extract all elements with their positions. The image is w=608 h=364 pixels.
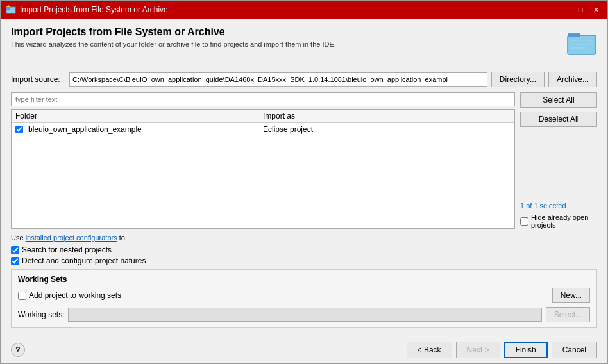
link-prefix: Use (11, 234, 26, 242)
header-title: Import Projects from File System or Arch… (11, 26, 559, 38)
title-bar: Import Projects from File System or Arch… (1, 1, 607, 19)
search-nested-label: Search for nested projects (22, 245, 112, 254)
new-working-set-button[interactable]: New... (552, 288, 590, 303)
left-panel: Folder Import as bleuio_own_application_… (11, 92, 515, 229)
project-table: Folder Import as bleuio_own_application_… (11, 109, 515, 229)
cancel-button[interactable]: Cancel (552, 342, 597, 358)
svg-rect-3 (568, 35, 596, 54)
working-sets-title: Working Sets (18, 275, 590, 284)
selection-status: 1 of 1 selected (520, 202, 597, 210)
svg-rect-1 (6, 7, 10, 10)
folder-name: bleuio_own_application_example (28, 125, 142, 134)
add-to-working-sets-label: Add project to working sets (29, 291, 121, 300)
directory-button[interactable]: Directory... (491, 72, 545, 87)
table-row: bleuio_own_application_example Eclipse p… (12, 123, 514, 136)
search-nested-checkbox[interactable] (11, 246, 19, 254)
table-header: Folder Import as (12, 110, 514, 123)
working-sets-input[interactable] (68, 308, 541, 322)
archive-button[interactable]: Archive... (548, 72, 597, 87)
deselect-all-button[interactable]: Deselect All (520, 112, 597, 127)
close-button[interactable]: ✕ (589, 4, 602, 15)
working-sets-add-row: Add project to working sets New... (18, 288, 590, 303)
select-working-sets-button[interactable]: Select... (546, 307, 590, 322)
import-source-row: Import source: Directory... Archive... (11, 72, 597, 87)
link-section: Use installed project configurators to: (11, 234, 597, 242)
svg-marker-2 (6, 5, 10, 7)
title-bar-controls: ─ □ ✕ (559, 4, 602, 15)
finish-button[interactable]: Finish (504, 342, 548, 358)
search-nested-row: Search for nested projects (11, 245, 597, 254)
table-cell-folder: bleuio_own_application_example (15, 125, 263, 134)
select-all-button[interactable]: Select All (520, 92, 597, 108)
hide-open-checkbox[interactable] (520, 217, 528, 226)
filter-input[interactable] (11, 92, 515, 106)
header-icon (566, 26, 597, 57)
working-sets-input-row: Working sets: Select... (18, 307, 590, 322)
detect-natures-checkbox[interactable] (11, 257, 19, 265)
import-source-input[interactable] (69, 72, 487, 87)
add-to-working-sets-checkbox[interactable] (18, 292, 26, 300)
hide-open-label: Hide already open projects (531, 213, 597, 229)
configurators-link[interactable]: installed project configurators (26, 234, 117, 242)
import-dialog: Import Projects from File System or Arch… (0, 0, 608, 364)
dialog-footer: ? < Back Next > Finish Cancel (1, 336, 607, 363)
dialog-content: Import Projects from File System or Arch… (1, 19, 607, 336)
header-description: This wizard analyzes the content of your… (11, 40, 559, 48)
hide-open-row: Hide already open projects (520, 213, 597, 229)
row-checkbox[interactable] (15, 126, 23, 133)
restore-button[interactable]: □ (574, 4, 587, 15)
main-area: Folder Import as bleuio_own_application_… (11, 92, 597, 229)
help-button[interactable]: ? (11, 343, 25, 357)
back-button[interactable]: < Back (407, 342, 452, 358)
column-import-as: Import as (263, 112, 511, 120)
right-panel: Select All Deselect All 1 of 1 selected … (520, 92, 597, 229)
header-text: Import Projects from File System or Arch… (11, 26, 559, 48)
link-suffix: to: (117, 234, 127, 242)
working-sets-label: Working sets: (18, 310, 64, 319)
minimize-button[interactable]: ─ (559, 4, 571, 15)
header-separator (11, 65, 597, 65)
detect-natures-row: Detect and configure project natures (11, 256, 597, 265)
title-bar-text: Import Projects from File System or Arch… (20, 5, 559, 14)
table-cell-import-as: Eclipse project (263, 125, 511, 134)
next-button[interactable]: Next > (456, 342, 500, 358)
svg-rect-4 (568, 33, 580, 37)
bottom-section: Use installed project configurators to: … (11, 234, 597, 328)
import-source-label: Import source: (11, 75, 65, 84)
header-section: Import Projects from File System or Arch… (11, 26, 597, 57)
window-icon (6, 4, 16, 15)
column-folder: Folder (15, 112, 263, 120)
detect-natures-label: Detect and configure project natures (22, 256, 146, 265)
working-sets-section: Working Sets Add project to working sets… (11, 269, 597, 328)
